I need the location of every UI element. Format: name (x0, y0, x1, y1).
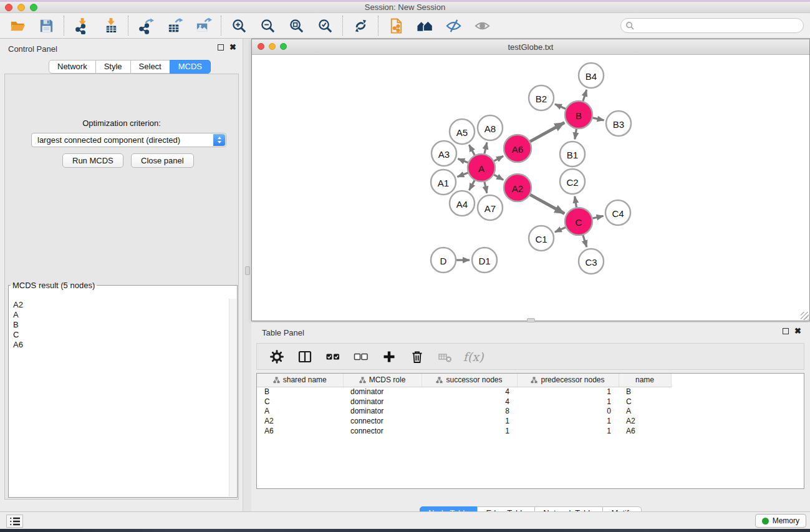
tab-mcds[interactable]: MCDS (170, 60, 211, 74)
graph-edge-A-A4[interactable] (469, 180, 475, 190)
export-table-button[interactable] (165, 16, 185, 36)
graph-node-B4[interactable]: B4 (579, 63, 604, 88)
import-table-button[interactable] (100, 16, 120, 36)
run-mcds-button[interactable]: Run MCDS (62, 153, 123, 168)
select-all-columns-button[interactable] (324, 348, 342, 365)
table-row[interactable]: A2connector11A2 (257, 416, 671, 426)
graph-node-A1[interactable]: A1 (431, 170, 456, 195)
search-input[interactable] (620, 18, 804, 33)
mcds-result-item[interactable]: A (13, 310, 229, 320)
table-row[interactable]: A6connector11A6 (257, 426, 671, 436)
graph-edge-B-B1[interactable] (575, 129, 577, 140)
graph-edge-C-C1[interactable] (555, 227, 566, 232)
new-network-from-selection-button[interactable] (386, 16, 406, 36)
table-settings-button[interactable] (268, 348, 286, 365)
graph-node-C4[interactable]: C4 (605, 200, 630, 225)
column-header-shared-name[interactable]: shared name (257, 374, 343, 387)
save-session-button[interactable] (36, 16, 56, 36)
function-builder-button[interactable]: f(x) (465, 348, 482, 365)
graph-edge-B-B3[interactable] (592, 118, 604, 120)
graph-node-A7[interactable]: A7 (478, 195, 503, 220)
graph-edge-A-A7[interactable] (485, 181, 487, 193)
delete-column-button[interactable] (436, 348, 454, 365)
graph-node-C[interactable]: C (565, 208, 592, 235)
close-table-panel-icon[interactable]: ✖ (794, 328, 801, 334)
graph-edge-B-B2[interactable] (555, 104, 566, 109)
graph-node-A3[interactable]: A3 (432, 141, 456, 166)
column-header-predecessor-nodes[interactable]: predecessor nodes (517, 374, 619, 387)
task-history-button[interactable] (6, 515, 23, 528)
export-network-button[interactable] (136, 16, 156, 36)
create-column-button[interactable] (380, 348, 398, 365)
graph-edge-C-C2[interactable] (575, 196, 577, 208)
window-resize-grip[interactable] (801, 312, 809, 320)
graph-node-A2[interactable]: A2 (504, 174, 531, 201)
import-network-button[interactable] (72, 16, 92, 36)
export-image-button[interactable] (193, 16, 213, 36)
close-panel-button[interactable]: Close panel (131, 153, 194, 168)
graph-node-B1[interactable]: B1 (560, 142, 585, 167)
horizontal-split-handle[interactable] (527, 318, 535, 322)
zoom-fit-button[interactable] (286, 16, 306, 36)
delete-button[interactable] (408, 348, 426, 365)
graph-node-C3[interactable]: C3 (579, 249, 604, 274)
optimization-criterion-select[interactable]: largest connected component (directed) (31, 133, 226, 147)
graph-edge-A-A6[interactable] (494, 156, 503, 161)
column-header-name[interactable]: name (619, 374, 671, 387)
graph-node-A8[interactable]: A8 (478, 115, 503, 140)
graph-edge-A-A2[interactable] (494, 175, 503, 180)
graph-node-B3[interactable]: B3 (606, 111, 631, 136)
graph-edge-C-C3[interactable] (583, 235, 587, 247)
graph-edge-A-A3[interactable] (458, 159, 468, 163)
graph-node-label: D1 (478, 256, 490, 266)
result-scrollbar[interactable] (229, 299, 236, 496)
float-table-panel-icon[interactable] (783, 328, 789, 334)
graph-node-A5[interactable]: A5 (450, 119, 475, 144)
mcds-result-item[interactable]: C (13, 330, 229, 340)
column-header-mcds-role[interactable]: MCDS role (343, 374, 422, 387)
mcds-result-item[interactable]: B (13, 320, 229, 330)
apply-layout-button[interactable] (350, 16, 370, 36)
graph-edge-A-A8[interactable] (485, 142, 487, 153)
table-row[interactable]: Adominator80A (257, 406, 671, 416)
graph-node-A4[interactable]: A4 (450, 191, 475, 216)
zoom-out-button[interactable] (258, 16, 277, 36)
close-panel-icon[interactable]: ✖ (229, 44, 236, 51)
graph-edge-B-B4[interactable] (583, 90, 587, 101)
table-row[interactable]: Cdominator41C (257, 397, 671, 407)
network-window-titlebar[interactable]: testGlobe.txt (252, 39, 809, 55)
graph-node-B[interactable]: B (565, 101, 592, 128)
open-file-button[interactable] (7, 16, 27, 36)
zoom-in-button[interactable] (229, 16, 249, 36)
column-header-successor-nodes[interactable]: successor nodes (422, 374, 517, 387)
graph-edge-A2-C[interactable] (530, 195, 564, 213)
mcds-result-item[interactable]: A6 (13, 340, 229, 350)
graph-edge-A-A5[interactable] (469, 145, 475, 155)
mcds-result-item[interactable]: A2 (13, 300, 229, 310)
deselect-all-columns-button[interactable] (352, 348, 370, 365)
zoom-selected-button[interactable] (315, 16, 335, 36)
graph-node-A[interactable]: A (468, 154, 495, 181)
graph-node-B2[interactable]: B2 (529, 85, 554, 110)
graph-node-A6[interactable]: A6 (504, 135, 531, 162)
show-all-button[interactable] (472, 16, 492, 36)
memory-button[interactable]: Memory (755, 514, 806, 528)
hide-selected-button[interactable] (443, 16, 463, 36)
graph-node-C2[interactable]: C2 (560, 169, 585, 194)
tab-style[interactable]: Style (95, 60, 131, 74)
show-column-panel-button[interactable] (296, 348, 314, 365)
float-panel-icon[interactable] (218, 44, 224, 51)
graph-edge-A-A1[interactable] (457, 173, 468, 177)
home-button[interactable] (415, 16, 435, 36)
graph-edge-A6-B[interactable] (530, 123, 564, 142)
tab-select[interactable]: Select (130, 60, 170, 74)
graph-node-C1[interactable]: C1 (529, 226, 554, 251)
column-header-label: predecessor nodes (541, 375, 604, 384)
table-row[interactable]: Bdominator41B (257, 387, 671, 397)
graph-edge-C-C4[interactable] (592, 216, 603, 218)
vertical-split-handle[interactable] (245, 266, 250, 275)
graph-node-D1[interactable]: D1 (472, 248, 497, 273)
network-canvas[interactable]: B4B2BB3B1A5A8A6A3AA1A2C2A4A7C4CC1C3DD1 (252, 55, 809, 321)
graph-node-D[interactable]: D (431, 248, 456, 273)
tab-network[interactable]: Network (49, 60, 96, 74)
